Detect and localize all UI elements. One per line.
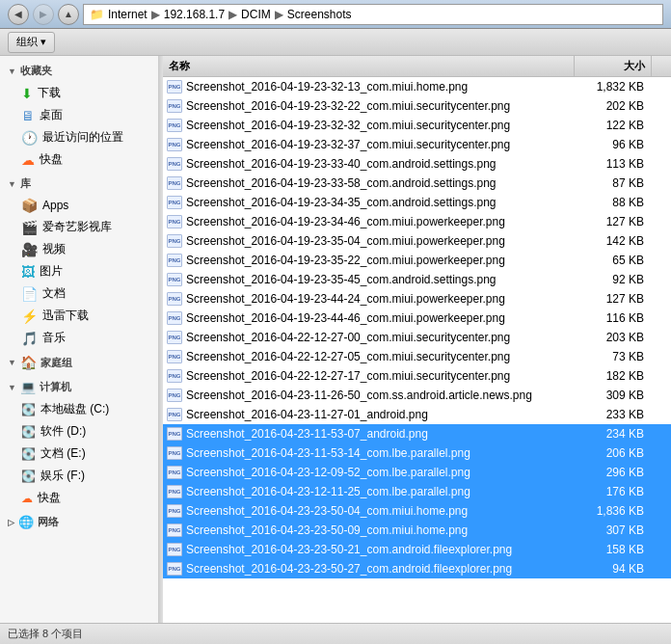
up-button[interactable]: ▲ [58,4,79,25]
forward-button[interactable]: ▶ [33,4,54,25]
pictures-icon: 🖼 [21,264,35,280]
table-row[interactable]: PNGScreenshot_2016-04-23-23-50-09_com.mi… [163,521,671,540]
col-size-header[interactable]: 大小 [575,56,652,76]
table-row[interactable]: PNGScreenshot_2016-04-23-11-27-01_androi… [163,405,671,424]
sidebar-item-recent[interactable]: 🕐 最近访问的位置 [0,126,158,148]
sidebar: ▼ 收藏夹 ⬇ 下载 🖥 桌面 🕐 最近访问的位置 ☁ 快盘 ▼ [0,56,159,623]
sidebar-item-xunlei[interactable]: ⚡ 迅雷下载 [0,305,158,327]
table-row[interactable]: PNGScreenshot_2016-04-23-11-26-50_com.ss… [163,386,671,405]
file-size: 73 KB [575,350,652,363]
sidebar-item-video[interactable]: 🎥 视频 [0,238,158,260]
table-row[interactable]: PNGScreenshot_2016-04-23-12-09-52_com.lb… [163,463,671,482]
file-name: Screenshot_2016-04-19-23-35-22_com.miui.… [186,254,575,267]
table-row[interactable]: PNGScreenshot_2016-04-22-12-27-05_com.mi… [163,347,671,366]
file-name: Screenshot_2016-04-19-23-32-22_com.miui.… [186,99,575,113]
table-row[interactable]: PNGScreenshot_2016-04-19-23-35-04_com.mi… [163,231,671,251]
png-icon: PNG [167,543,182,556]
sidebar-item-label: Apps [42,199,68,212]
table-row[interactable]: PNGScreenshot_2016-04-19-23-33-40_com.an… [163,154,671,174]
png-icon: PNG [167,80,182,94]
file-size: 307 KB [575,523,652,537]
sidebar-item-docs[interactable]: 📄 文档 [0,282,158,305]
col-name-header[interactable]: 名称 [163,56,575,76]
main-container: ▼ 收藏夹 ⬇ 下载 🖥 桌面 🕐 最近访问的位置 ☁ 快盘 ▼ [0,56,671,623]
sidebar-item-downloads[interactable]: ⬇ 下载 [0,82,158,104]
file-icon-cell: PNG [163,196,186,209]
organize-button[interactable]: 组织 ▾ [8,32,55,53]
file-size: 122 KB [575,119,652,132]
sidebar-item-soft-d[interactable]: 💽 软件 (D:) [0,420,158,443]
status-bar: 已选择 8 个项目 [0,623,671,644]
file-list[interactable]: PNGScreenshot_2016-04-19-23-32-13_com.mi… [163,77,671,623]
table-row[interactable]: PNGScreenshot_2016-04-19-23-32-13_com.mi… [163,77,671,96]
png-icon: PNG [167,273,182,286]
sidebar-item-label: 文档 (E:) [40,445,86,462]
table-row[interactable]: PNGScreenshot_2016-04-23-23-50-21_com.an… [163,540,671,559]
table-row[interactable]: PNGScreenshot_2016-04-19-23-34-46_com.mi… [163,212,671,231]
table-row[interactable]: PNGScreenshot_2016-04-23-11-53-14_com.lb… [163,443,671,463]
table-row[interactable]: PNGScreenshot_2016-04-19-23-34-35_com.an… [163,193,671,212]
sidebar-item-apps[interactable]: 📦 Apps [0,195,158,216]
file-name: Screenshot_2016-04-22-12-27-00_com.miui.… [186,331,575,344]
table-row[interactable]: PNGScreenshot_2016-04-19-23-33-58_com.an… [163,174,671,193]
drive-e-icon: 💽 [21,447,36,461]
file-icon-cell: PNG [163,157,186,171]
file-size: 1,836 KB [575,504,652,518]
sidebar-item-docs-e[interactable]: 💽 文档 (E:) [0,443,158,465]
sidebar-item-media-f[interactable]: 💽 娱乐 (F:) [0,465,158,487]
table-row[interactable]: PNGScreenshot_2016-04-23-23-50-27_com.an… [163,559,671,578]
sidebar-item-label: 音乐 [42,330,66,346]
file-size: 113 KB [575,157,652,171]
kuaipan-icon: ☁ [21,152,35,168]
png-icon: PNG [167,215,182,228]
sidebar-item-label: 快盘 [38,490,61,506]
table-row[interactable]: PNGScreenshot_2016-04-19-23-35-45_com.an… [163,270,671,289]
sidebar-item-music[interactable]: 🎵 音乐 [0,327,158,349]
table-row[interactable]: PNGScreenshot_2016-04-23-11-53-07_androi… [163,424,671,443]
sidebar-item-local-c[interactable]: 💽 本地磁盘 (C:) [0,398,158,420]
table-row[interactable]: PNGScreenshot_2016-04-23-12-11-25_com.lb… [163,482,671,501]
file-size: 202 KB [575,99,652,113]
table-row[interactable]: PNGScreenshot_2016-04-19-23-32-32_com.mi… [163,116,671,135]
sidebar-item-pictures[interactable]: 🖼 图片 [0,260,158,282]
table-row[interactable]: PNGScreenshot_2016-04-22-12-27-00_com.mi… [163,328,671,347]
file-size: 127 KB [575,215,652,228]
table-row[interactable]: PNGScreenshot_2016-04-23-23-50-04_com.mi… [163,501,671,521]
file-size: 158 KB [575,543,652,556]
sidebar-item-label: 最近访问的位置 [42,129,123,146]
table-row[interactable]: PNGScreenshot_2016-04-19-23-44-46_com.mi… [163,309,671,328]
file-name: Screenshot_2016-04-19-23-32-32_com.miui.… [186,119,575,132]
back-button[interactable]: ◀ [8,4,29,25]
file-icon-cell: PNG [163,543,186,556]
file-size: 116 KB [575,311,652,325]
file-size: 182 KB [575,369,652,383]
file-name: Screenshot_2016-04-23-23-50-04_com.miui.… [186,504,575,518]
table-row[interactable]: PNGScreenshot_2016-04-19-23-32-37_com.mi… [163,135,671,154]
title-bar: ◀ ▶ ▲ 📁 Internet ▶ 192.168.1.7 ▶ DCIM ▶ … [0,0,671,29]
file-name: Screenshot_2016-04-19-23-33-40_com.andro… [186,157,575,171]
file-size: 96 KB [575,138,652,151]
file-size: 142 KB [575,234,652,248]
table-row[interactable]: PNGScreenshot_2016-04-22-12-27-17_com.mi… [163,366,671,386]
file-icon-cell: PNG [163,234,186,248]
table-row[interactable]: PNGScreenshot_2016-04-19-23-32-22_com.mi… [163,96,671,116]
file-name: Screenshot_2016-04-19-23-34-46_com.miui.… [186,215,575,228]
sidebar-item-kuaipan[interactable]: ☁ 快盘 [0,148,158,171]
library-header: ▼ 库 [0,173,158,195]
table-row[interactable]: PNGScreenshot_2016-04-19-23-44-24_com.mi… [163,289,671,309]
file-name: Screenshot_2016-04-22-12-27-05_com.miui.… [186,350,575,363]
computer-icon: 💻 [20,380,36,394]
file-icon-cell: PNG [163,369,186,383]
docs-icon: 📄 [21,286,38,302]
png-icon: PNG [167,99,182,113]
file-size: 206 KB [575,446,652,460]
file-icon-cell: PNG [163,215,186,228]
address-bar[interactable]: 📁 Internet ▶ 192.168.1.7 ▶ DCIM ▶ Screen… [83,4,663,25]
sidebar-item-iqiyi[interactable]: 🎬 爱奇艺影视库 [0,216,158,238]
sidebar-item-kuaipan2[interactable]: ☁ 快盘 [0,487,158,509]
png-icon: PNG [167,157,182,171]
sidebar-item-desktop[interactable]: 🖥 桌面 [0,104,158,126]
file-size: 176 KB [575,485,652,498]
table-row[interactable]: PNGScreenshot_2016-04-19-23-35-22_com.mi… [163,251,671,270]
png-icon: PNG [167,254,182,267]
